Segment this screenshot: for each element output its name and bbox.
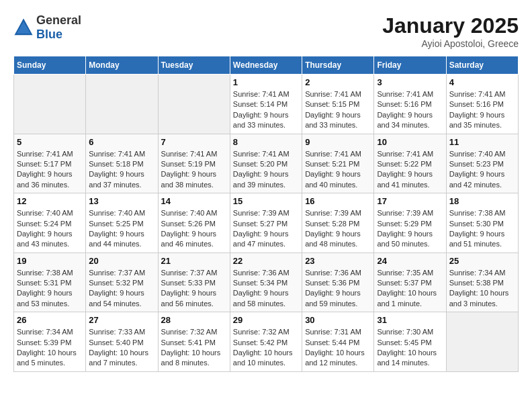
day-number: 1 — [233, 77, 299, 87]
logo: General Blue — [13, 13, 81, 42]
day-number: 24 — [377, 256, 443, 266]
location-subtitle: Ayioi Apostoloi, Greece — [382, 38, 519, 49]
weekday-header-row: SundayMondayTuesdayWednesdayThursdayFrid… — [14, 56, 519, 75]
calendar-cell: 23Sunrise: 7:36 AMSunset: 5:36 PMDayligh… — [302, 253, 374, 312]
weekday-header-saturday: Saturday — [446, 56, 518, 75]
calendar-cell — [86, 75, 158, 134]
logo-text: General Blue — [36, 13, 81, 42]
day-info: Sunrise: 7:33 AMSunset: 5:40 PMDaylight:… — [89, 327, 154, 369]
day-number: 4 — [449, 77, 515, 87]
day-info: Sunrise: 7:41 AMSunset: 5:20 PMDaylight:… — [233, 149, 299, 191]
calendar-cell: 20Sunrise: 7:37 AMSunset: 5:32 PMDayligh… — [86, 253, 158, 312]
day-info: Sunrise: 7:41 AMSunset: 5:17 PMDaylight:… — [17, 149, 83, 191]
calendar-cell: 8Sunrise: 7:41 AMSunset: 5:20 PMDaylight… — [230, 134, 302, 193]
calendar-cell: 22Sunrise: 7:36 AMSunset: 5:34 PMDayligh… — [230, 253, 302, 312]
day-number: 5 — [17, 137, 83, 147]
calendar-cell: 19Sunrise: 7:38 AMSunset: 5:31 PMDayligh… — [14, 253, 86, 312]
day-info: Sunrise: 7:40 AMSunset: 5:26 PMDaylight:… — [161, 208, 227, 250]
day-number: 22 — [233, 256, 299, 266]
calendar-cell: 24Sunrise: 7:35 AMSunset: 5:37 PMDayligh… — [374, 253, 446, 312]
calendar-week-3: 19Sunrise: 7:38 AMSunset: 5:31 PMDayligh… — [14, 253, 519, 312]
title-block: January 2025 Ayioi Apostoloi, Greece — [382, 13, 519, 49]
calendar-week-1: 5Sunrise: 7:41 AMSunset: 5:17 PMDaylight… — [14, 134, 519, 193]
month-title: January 2025 — [382, 13, 519, 38]
day-info: Sunrise: 7:40 AMSunset: 5:24 PMDaylight:… — [17, 208, 83, 250]
calendar-cell — [14, 75, 86, 134]
day-number: 18 — [449, 196, 515, 206]
calendar-cell: 28Sunrise: 7:32 AMSunset: 5:41 PMDayligh… — [158, 312, 230, 372]
day-number: 10 — [377, 137, 443, 147]
day-number: 7 — [161, 137, 227, 147]
day-number: 23 — [305, 256, 371, 266]
calendar-cell: 18Sunrise: 7:38 AMSunset: 5:30 PMDayligh… — [446, 193, 518, 253]
calendar-week-4: 26Sunrise: 7:34 AMSunset: 5:39 PMDayligh… — [14, 312, 519, 372]
day-number: 27 — [89, 315, 154, 325]
day-info: Sunrise: 7:41 AMSunset: 5:16 PMDaylight:… — [377, 89, 443, 131]
day-info: Sunrise: 7:38 AMSunset: 5:30 PMDaylight:… — [449, 208, 515, 250]
calendar-cell: 14Sunrise: 7:40 AMSunset: 5:26 PMDayligh… — [158, 193, 230, 253]
calendar-cell: 3Sunrise: 7:41 AMSunset: 5:16 PMDaylight… — [374, 75, 446, 134]
day-number: 13 — [89, 196, 154, 206]
day-number: 3 — [377, 77, 443, 87]
weekday-header-tuesday: Tuesday — [158, 56, 230, 75]
day-info: Sunrise: 7:35 AMSunset: 5:37 PMDaylight:… — [377, 268, 443, 310]
day-number: 15 — [233, 196, 299, 206]
calendar-cell: 16Sunrise: 7:39 AMSunset: 5:28 PMDayligh… — [302, 193, 374, 253]
day-info: Sunrise: 7:41 AMSunset: 5:21 PMDaylight:… — [305, 149, 371, 191]
calendar-week-2: 12Sunrise: 7:40 AMSunset: 5:24 PMDayligh… — [14, 193, 519, 253]
day-info: Sunrise: 7:39 AMSunset: 5:27 PMDaylight:… — [233, 208, 299, 250]
day-number: 21 — [161, 256, 227, 266]
day-number: 2 — [305, 77, 371, 87]
weekday-header-friday: Friday — [374, 56, 446, 75]
calendar-cell — [158, 75, 230, 134]
day-info: Sunrise: 7:41 AMSunset: 5:16 PMDaylight:… — [449, 89, 515, 131]
logo-blue: Blue — [36, 28, 81, 42]
day-info: Sunrise: 7:36 AMSunset: 5:34 PMDaylight:… — [233, 268, 299, 310]
day-number: 26 — [17, 315, 83, 325]
day-info: Sunrise: 7:34 AMSunset: 5:39 PMDaylight:… — [17, 327, 83, 369]
day-number: 28 — [161, 315, 227, 325]
day-number: 8 — [233, 137, 299, 147]
day-info: Sunrise: 7:41 AMSunset: 5:15 PMDaylight:… — [305, 89, 371, 131]
day-number: 20 — [89, 256, 154, 266]
day-info: Sunrise: 7:34 AMSunset: 5:38 PMDaylight:… — [449, 268, 515, 310]
calendar-week-0: 1Sunrise: 7:41 AMSunset: 5:14 PMDaylight… — [14, 75, 519, 134]
weekday-header-sunday: Sunday — [14, 56, 86, 75]
logo-icon — [13, 17, 34, 38]
day-info: Sunrise: 7:41 AMSunset: 5:18 PMDaylight:… — [89, 149, 154, 191]
calendar-cell: 10Sunrise: 7:41 AMSunset: 5:22 PMDayligh… — [374, 134, 446, 193]
day-info: Sunrise: 7:37 AMSunset: 5:33 PMDaylight:… — [161, 268, 227, 310]
calendar-cell: 29Sunrise: 7:32 AMSunset: 5:42 PMDayligh… — [230, 312, 302, 372]
day-number: 31 — [377, 315, 443, 325]
page-header: General Blue January 2025 Ayioi Apostolo… — [13, 13, 519, 49]
day-info: Sunrise: 7:32 AMSunset: 5:42 PMDaylight:… — [233, 327, 299, 369]
calendar-cell: 7Sunrise: 7:41 AMSunset: 5:19 PMDaylight… — [158, 134, 230, 193]
weekday-header-monday: Monday — [86, 56, 158, 75]
day-number: 30 — [305, 315, 371, 325]
weekday-header-thursday: Thursday — [302, 56, 374, 75]
day-number: 16 — [305, 196, 371, 206]
calendar-cell: 26Sunrise: 7:34 AMSunset: 5:39 PMDayligh… — [14, 312, 86, 372]
day-info: Sunrise: 7:31 AMSunset: 5:44 PMDaylight:… — [305, 327, 371, 369]
calendar-cell: 6Sunrise: 7:41 AMSunset: 5:18 PMDaylight… — [86, 134, 158, 193]
day-number: 14 — [161, 196, 227, 206]
calendar-cell: 9Sunrise: 7:41 AMSunset: 5:21 PMDaylight… — [302, 134, 374, 193]
day-info: Sunrise: 7:37 AMSunset: 5:32 PMDaylight:… — [89, 268, 154, 310]
day-info: Sunrise: 7:30 AMSunset: 5:45 PMDaylight:… — [377, 327, 443, 369]
day-info: Sunrise: 7:40 AMSunset: 5:25 PMDaylight:… — [89, 208, 154, 250]
day-number: 25 — [449, 256, 515, 266]
day-info: Sunrise: 7:39 AMSunset: 5:28 PMDaylight:… — [305, 208, 371, 250]
day-info: Sunrise: 7:38 AMSunset: 5:31 PMDaylight:… — [17, 268, 83, 310]
day-info: Sunrise: 7:39 AMSunset: 5:29 PMDaylight:… — [377, 208, 443, 250]
calendar-cell: 13Sunrise: 7:40 AMSunset: 5:25 PMDayligh… — [86, 193, 158, 253]
calendar-cell: 1Sunrise: 7:41 AMSunset: 5:14 PMDaylight… — [230, 75, 302, 134]
calendar-cell: 11Sunrise: 7:40 AMSunset: 5:23 PMDayligh… — [446, 134, 518, 193]
calendar-cell: 12Sunrise: 7:40 AMSunset: 5:24 PMDayligh… — [14, 193, 86, 253]
calendar-cell: 17Sunrise: 7:39 AMSunset: 5:29 PMDayligh… — [374, 193, 446, 253]
calendar-cell: 31Sunrise: 7:30 AMSunset: 5:45 PMDayligh… — [374, 312, 446, 372]
calendar-cell: 2Sunrise: 7:41 AMSunset: 5:15 PMDaylight… — [302, 75, 374, 134]
calendar-cell: 27Sunrise: 7:33 AMSunset: 5:40 PMDayligh… — [86, 312, 158, 372]
weekday-header-wednesday: Wednesday — [230, 56, 302, 75]
day-number: 9 — [305, 137, 371, 147]
calendar-cell: 4Sunrise: 7:41 AMSunset: 5:16 PMDaylight… — [446, 75, 518, 134]
